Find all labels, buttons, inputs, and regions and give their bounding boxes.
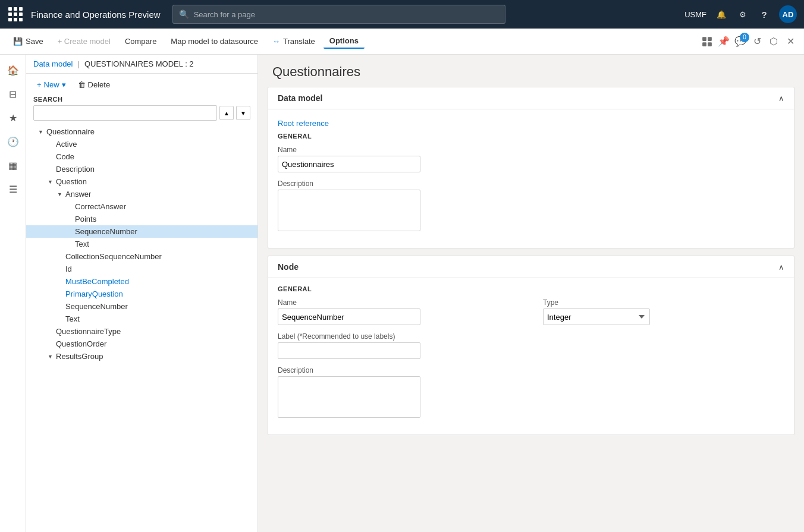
data-model-section: Data model ∧ Root reference GENERAL Name… [268,87,794,248]
description-label: Description [278,180,784,188]
tree-node-id[interactable]: Id [26,263,257,275]
tree-node-correctanswer[interactable]: CorrectAnswer [26,200,257,213]
options-button[interactable]: Options [324,34,365,49]
search-row: ▲ ▼ [33,105,250,121]
node-description-textarea[interactable] [278,376,420,418]
toggle-questionnaire[interactable]: ▼ [38,129,46,135]
toolbar-right-actions: 📌 💬 0 ↺ ⬡ ✕ [701,35,797,48]
toggle-answer[interactable]: ▼ [57,191,65,197]
left-nav: 🏠 ⊟ ★ 🕐 ▦ ☰ [0,55,26,532]
tree-actions: + New ▾ 🗑 Delete [26,74,257,96]
global-search[interactable]: 🔍 Search for a page [172,5,505,24]
help-icon[interactable]: ? [758,8,771,21]
nav-clock-icon[interactable]: 🕐 [2,131,24,152]
tree-node-text-question[interactable]: Text [26,313,257,325]
delete-button[interactable]: 🗑 Delete [74,78,114,91]
root-reference-link[interactable]: Root reference [278,117,784,133]
node-description-field-row: Description [278,366,519,420]
tree-node-questionorder[interactable]: QuestionOrder [26,338,257,350]
map-model-button[interactable]: Map model to datasource [165,34,264,48]
node-type-select-wrap: Integer String Boolean Real Date DateTim… [543,309,650,325]
tree-node-points[interactable]: Points [26,213,257,225]
new-button[interactable]: + New ▾ [33,78,70,91]
tree-node-questionnaire[interactable]: ▼ Questionnaire [26,125,257,138]
node-label-label: Label (*Recommended to use labels) [278,332,519,341]
compare-button[interactable]: Compare [119,34,162,48]
svg-rect-3 [708,42,712,46]
svg-rect-0 [702,37,706,41]
app-grid-icon[interactable] [7,6,24,23]
notifications-icon[interactable]: 🔔 [715,8,728,21]
data-model-general-label: GENERAL [278,133,784,140]
tree-node-answer[interactable]: ▼ Answer [26,188,257,200]
tree-node-collectionsequencenumber[interactable]: CollectionSequenceNumber [26,250,257,263]
tree-scroll: ▼ Questionnaire Active Code Description … [26,125,257,532]
node-label-input[interactable] [278,342,420,359]
bookmark-icon[interactable]: 📌 [717,35,730,48]
node-section-header[interactable]: Node ∧ [268,256,794,278]
detail-panel: Questionnaires Data model ∧ Root referen… [258,55,804,532]
create-model-button[interactable]: + Create model [52,34,117,48]
translate-icon: ↔ [272,37,280,46]
name-label: Name [278,146,784,154]
breadcrumb-row: Data model | QUESTIONNAIRES MODEL : 2 [26,55,257,74]
notification-badge-icon[interactable]: 💬 0 [734,35,747,48]
data-model-section-header[interactable]: Data model ∧ [268,87,794,109]
tree-node-active[interactable]: Active [26,138,257,150]
bell-icon: 🔔 [717,10,726,19]
tree-node-text-answer[interactable]: Text [26,238,257,250]
breadcrumb-data-model[interactable]: Data model [33,59,73,68]
close-icon[interactable]: ✕ [784,35,797,48]
customize-icon[interactable] [701,35,714,48]
toggle-question[interactable]: ▼ [48,179,56,185]
search-section: SEARCH ▲ ▼ [26,96,257,125]
delete-icon: 🗑 [78,80,86,89]
data-model-section-body: Root reference GENERAL Name Description [268,109,794,248]
undo-icon[interactable]: ↺ [750,35,764,48]
app-title: Finance and Operations Preview [31,10,161,20]
topbar: Finance and Operations Preview 🔍 Search … [0,0,804,29]
node-name-field-row: Name [278,298,519,325]
node-type-select[interactable]: Integer String Boolean Real Date DateTim… [543,309,650,325]
tree-node-sequencenumber-selected[interactable]: SequenceNumber [26,225,257,238]
plus-icon: + [37,80,42,89]
data-model-section-title: Data model [278,93,322,103]
toggle-resultsgroup[interactable]: ▼ [48,354,56,360]
tree-node-mustbecompleted[interactable]: MustBeCompleted [26,275,257,288]
nav-star-icon[interactable]: ★ [2,107,24,128]
detail-title: Questionnaires [258,55,804,87]
search-up-button[interactable]: ▲ [219,106,234,120]
settings-icon[interactable]: ⚙ [736,8,749,21]
tree-node-resultsgroup[interactable]: ▼ ResultsGroup [26,350,257,363]
name-input[interactable] [278,156,420,172]
tree-node-sequencenumber2[interactable]: SequenceNumber [26,300,257,313]
save-button[interactable]: 💾 Save [7,34,49,48]
gear-icon: ⚙ [739,10,746,19]
node-name-label: Name [278,298,519,307]
nav-home-icon[interactable]: 🏠 [2,59,24,81]
user-avatar[interactable]: AD [779,5,797,23]
svg-rect-1 [708,37,712,41]
nav-table-icon[interactable]: ▦ [2,155,24,176]
translate-button[interactable]: ↔ Translate [266,34,321,48]
description-textarea[interactable] [278,190,420,231]
node-label-field-row: Label (*Recommended to use labels) [278,332,519,359]
tree-node-questionnairetype[interactable]: QuestionnaireType [26,325,257,338]
node-section-body: GENERAL Name Label (*Recommended to use … [268,278,794,435]
nav-filter-icon[interactable]: ⊟ [2,83,24,105]
tree-node-description[interactable]: Description [26,163,257,175]
description-field-row: Description [278,180,784,234]
search-down-button[interactable]: ▼ [236,106,250,120]
popout-icon[interactable]: ⬡ [767,35,780,48]
search-input[interactable] [33,105,217,121]
nav-list-icon[interactable]: ☰ [2,178,24,200]
node-name-input[interactable] [278,309,420,325]
question-icon: ? [761,10,767,20]
tree-node-code[interactable]: Code [26,150,257,163]
tree-node-primaryquestion[interactable]: PrimaryQuestion [26,288,257,300]
breadcrumb-separator: | [77,59,79,68]
node-right-col: GENERAL Type Integer String Boolean Real… [543,285,784,427]
tree-node-question[interactable]: ▼ Question [26,175,257,188]
save-icon: 💾 [13,37,23,46]
breadcrumb-current: QUESTIONNAIRES MODEL : 2 [84,59,194,68]
